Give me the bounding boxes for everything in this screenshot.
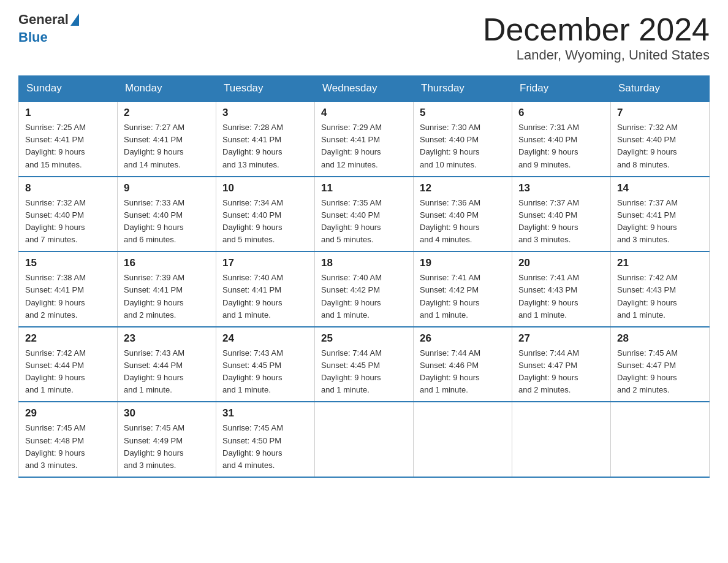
day-info: Sunrise: 7:37 AMSunset: 4:41 PMDaylight:… [617, 198, 678, 244]
calendar-cell [315, 402, 414, 477]
calendar-weekday-wednesday: Wednesday [315, 76, 414, 102]
calendar-weekday-tuesday: Tuesday [216, 76, 315, 102]
calendar-cell [611, 402, 710, 477]
calendar-cell: 21 Sunrise: 7:42 AMSunset: 4:43 PMDaylig… [611, 251, 710, 327]
calendar-cell: 25 Sunrise: 7:44 AMSunset: 4:45 PMDaylig… [315, 327, 414, 402]
day-number: 28 [617, 332, 703, 345]
calendar-cell: 6 Sunrise: 7:31 AMSunset: 4:40 PMDayligh… [512, 101, 611, 177]
calendar-cell [414, 402, 512, 477]
day-info: Sunrise: 7:36 AMSunset: 4:40 PMDaylight:… [420, 198, 480, 244]
logo-triangle-icon [70, 13, 79, 26]
calendar-cell: 10 Sunrise: 7:34 AMSunset: 4:40 PMDaylig… [216, 177, 315, 252]
day-info: Sunrise: 7:45 AMSunset: 4:49 PMDaylight:… [124, 423, 184, 469]
day-info: Sunrise: 7:44 AMSunset: 4:46 PMDaylight:… [420, 348, 480, 394]
calendar-cell: 4 Sunrise: 7:29 AMSunset: 4:41 PMDayligh… [315, 101, 414, 177]
day-number: 9 [124, 182, 210, 194]
day-number: 30 [124, 407, 210, 419]
calendar-weekday-sunday: Sunday [19, 76, 118, 102]
day-number: 14 [617, 182, 703, 194]
calendar-cell: 9 Sunrise: 7:33 AMSunset: 4:40 PMDayligh… [118, 177, 216, 252]
calendar-weekday-thursday: Thursday [414, 76, 512, 102]
calendar-week-row: 29 Sunrise: 7:45 AMSunset: 4:48 PMDaylig… [19, 402, 710, 477]
day-number: 27 [518, 332, 604, 345]
calendar-cell: 28 Sunrise: 7:45 AMSunset: 4:47 PMDaylig… [611, 327, 710, 402]
calendar-cell: 15 Sunrise: 7:38 AMSunset: 4:41 PMDaylig… [19, 251, 118, 327]
calendar-week-row: 15 Sunrise: 7:38 AMSunset: 4:41 PMDaylig… [19, 251, 710, 327]
day-number: 1 [25, 107, 111, 119]
day-info: Sunrise: 7:43 AMSunset: 4:45 PMDaylight:… [222, 348, 283, 394]
day-info: Sunrise: 7:44 AMSunset: 4:47 PMDaylight:… [518, 348, 579, 394]
calendar-cell: 20 Sunrise: 7:41 AMSunset: 4:43 PMDaylig… [512, 251, 611, 327]
calendar-cell [512, 402, 611, 477]
calendar-weekday-monday: Monday [118, 76, 216, 102]
day-number: 18 [321, 257, 407, 269]
day-number: 24 [222, 332, 308, 345]
day-number: 26 [420, 332, 506, 345]
logo-general: General [18, 12, 69, 27]
day-number: 19 [420, 257, 506, 269]
calendar-cell: 12 Sunrise: 7:36 AMSunset: 4:40 PMDaylig… [414, 177, 512, 252]
calendar-header-row: SundayMondayTuesdayWednesdayThursdayFrid… [19, 76, 710, 102]
calendar-cell: 5 Sunrise: 7:30 AMSunset: 4:40 PMDayligh… [414, 101, 512, 177]
day-info: Sunrise: 7:40 AMSunset: 4:41 PMDaylight:… [222, 273, 283, 319]
day-info: Sunrise: 7:43 AMSunset: 4:44 PMDaylight:… [124, 348, 184, 394]
calendar-cell: 30 Sunrise: 7:45 AMSunset: 4:49 PMDaylig… [118, 402, 216, 477]
calendar-cell: 11 Sunrise: 7:35 AMSunset: 4:40 PMDaylig… [315, 177, 414, 252]
day-info: Sunrise: 7:40 AMSunset: 4:42 PMDaylight:… [321, 273, 382, 319]
day-number: 13 [518, 182, 604, 194]
day-number: 11 [321, 182, 407, 194]
day-number: 22 [25, 332, 111, 345]
day-number: 25 [321, 332, 407, 345]
calendar-cell: 2 Sunrise: 7:27 AMSunset: 4:41 PMDayligh… [118, 101, 216, 177]
day-info: Sunrise: 7:29 AMSunset: 4:41 PMDaylight:… [321, 123, 382, 169]
calendar-cell: 24 Sunrise: 7:43 AMSunset: 4:45 PMDaylig… [216, 327, 315, 402]
calendar-cell: 29 Sunrise: 7:45 AMSunset: 4:48 PMDaylig… [19, 402, 118, 477]
title-block: December 2024 Lander, Wyoming, United St… [483, 12, 710, 63]
day-number: 6 [518, 107, 604, 119]
day-info: Sunrise: 7:39 AMSunset: 4:41 PMDaylight:… [124, 273, 184, 319]
day-info: Sunrise: 7:45 AMSunset: 4:50 PMDaylight:… [222, 423, 283, 469]
day-number: 4 [321, 107, 407, 119]
day-info: Sunrise: 7:25 AMSunset: 4:41 PMDaylight:… [25, 123, 86, 169]
calendar-cell: 31 Sunrise: 7:45 AMSunset: 4:50 PMDaylig… [216, 402, 315, 477]
calendar-cell: 7 Sunrise: 7:32 AMSunset: 4:40 PMDayligh… [611, 101, 710, 177]
day-number: 23 [124, 332, 210, 345]
day-info: Sunrise: 7:31 AMSunset: 4:40 PMDaylight:… [518, 123, 579, 169]
calendar-cell: 17 Sunrise: 7:40 AMSunset: 4:41 PMDaylig… [216, 251, 315, 327]
calendar-weekday-friday: Friday [512, 76, 611, 102]
day-number: 29 [25, 407, 111, 419]
day-info: Sunrise: 7:30 AMSunset: 4:40 PMDaylight:… [420, 123, 480, 169]
day-number: 12 [420, 182, 506, 194]
calendar-cell: 26 Sunrise: 7:44 AMSunset: 4:46 PMDaylig… [414, 327, 512, 402]
calendar-cell: 3 Sunrise: 7:28 AMSunset: 4:41 PMDayligh… [216, 101, 315, 177]
calendar-cell: 14 Sunrise: 7:37 AMSunset: 4:41 PMDaylig… [611, 177, 710, 252]
day-number: 8 [25, 182, 111, 194]
calendar-cell: 1 Sunrise: 7:25 AMSunset: 4:41 PMDayligh… [19, 101, 118, 177]
calendar-table: SundayMondayTuesdayWednesdayThursdayFrid… [18, 75, 710, 478]
day-number: 5 [420, 107, 506, 119]
day-number: 31 [222, 407, 308, 419]
day-number: 15 [25, 257, 111, 269]
day-info: Sunrise: 7:37 AMSunset: 4:40 PMDaylight:… [518, 198, 579, 244]
day-info: Sunrise: 7:34 AMSunset: 4:40 PMDaylight:… [222, 198, 283, 244]
calendar-cell: 19 Sunrise: 7:41 AMSunset: 4:42 PMDaylig… [414, 251, 512, 327]
day-number: 2 [124, 107, 210, 119]
logo: General Blue [18, 12, 79, 45]
day-info: Sunrise: 7:45 AMSunset: 4:48 PMDaylight:… [25, 423, 86, 469]
day-info: Sunrise: 7:28 AMSunset: 4:41 PMDaylight:… [222, 123, 283, 169]
calendar-week-row: 1 Sunrise: 7:25 AMSunset: 4:41 PMDayligh… [19, 101, 710, 177]
page-header: General Blue December 2024 Lander, Wyomi… [18, 12, 710, 63]
calendar-cell: 22 Sunrise: 7:42 AMSunset: 4:44 PMDaylig… [19, 327, 118, 402]
day-info: Sunrise: 7:42 AMSunset: 4:43 PMDaylight:… [617, 273, 678, 319]
day-number: 3 [222, 107, 308, 119]
day-info: Sunrise: 7:41 AMSunset: 4:42 PMDaylight:… [420, 273, 480, 319]
calendar-week-row: 22 Sunrise: 7:42 AMSunset: 4:44 PMDaylig… [19, 327, 710, 402]
day-info: Sunrise: 7:35 AMSunset: 4:40 PMDaylight:… [321, 198, 382, 244]
day-number: 21 [617, 257, 703, 269]
day-info: Sunrise: 7:32 AMSunset: 4:40 PMDaylight:… [25, 198, 86, 244]
day-info: Sunrise: 7:32 AMSunset: 4:40 PMDaylight:… [617, 123, 678, 169]
day-number: 16 [124, 257, 210, 269]
day-info: Sunrise: 7:33 AMSunset: 4:40 PMDaylight:… [124, 198, 184, 244]
month-title: December 2024 [483, 12, 710, 47]
calendar-cell: 18 Sunrise: 7:40 AMSunset: 4:42 PMDaylig… [315, 251, 414, 327]
